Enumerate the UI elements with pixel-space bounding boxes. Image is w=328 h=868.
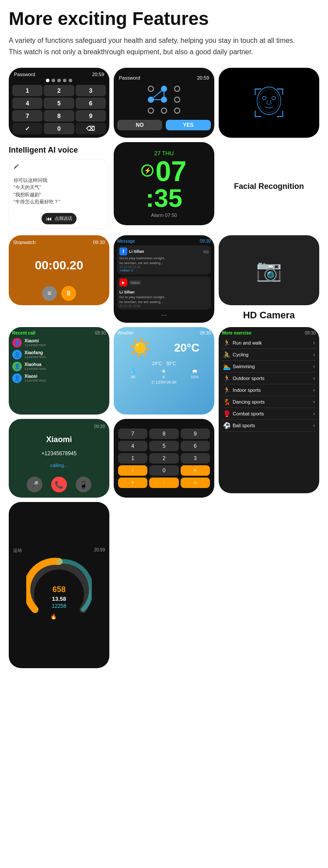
ai-voice-section: Intelligent AI voice 🎤 你可以这样问我 "今天的天气" "… bbox=[9, 142, 109, 231]
ai-speak-button[interactable]: ⏮ 点我说话 bbox=[42, 213, 77, 224]
sport-label: 运动 bbox=[13, 547, 22, 554]
clock-alarm: Alarm 07:50 bbox=[151, 213, 177, 218]
mute-button[interactable]: 🎤 bbox=[27, 477, 42, 492]
page-title: More exciting Features bbox=[9, 9, 319, 29]
svg-point-6 bbox=[148, 108, 154, 113]
svg-text:13.58: 13.58 bbox=[52, 596, 66, 602]
ball-icon: ⚽ bbox=[223, 422, 230, 429]
end-call-button[interactable]: 📞 bbox=[51, 477, 67, 492]
pwd-time-2: 20:59 bbox=[197, 75, 209, 80]
outdoor-icon: 🏃 bbox=[223, 375, 230, 382]
svg-point-5 bbox=[174, 97, 180, 102]
pattern-yes-btn[interactable]: YES bbox=[166, 120, 211, 130]
calling-screen: 09:30 Xiaomi +12345678945 calling... 🎤 📞… bbox=[9, 419, 109, 498]
sw-label: Stopwatch bbox=[13, 240, 35, 245]
calling-number: +12345678945 bbox=[42, 450, 77, 457]
ex-dancing[interactable]: 💃 Dancing sports › bbox=[222, 396, 316, 408]
calc-5[interactable]: 5 bbox=[149, 441, 178, 451]
sw-time: 09:30 bbox=[93, 240, 105, 245]
key-4[interactable]: 4 bbox=[12, 98, 42, 109]
key-del[interactable]: ⌫ bbox=[76, 123, 106, 134]
features-grid: Password 20:59 1 2 3 4 5 6 7 8 9 ✓ 0 ⌫ bbox=[9, 68, 319, 668]
weather-label: Weather bbox=[117, 331, 134, 335]
svg-text:658: 658 bbox=[52, 585, 66, 594]
key-2[interactable]: 2 bbox=[44, 85, 74, 96]
camera-screen: 📷 bbox=[219, 235, 319, 305]
key-5[interactable]: 5 bbox=[44, 98, 74, 109]
svg-point-14 bbox=[262, 97, 266, 100]
clock-screen: 27 THU ⚡ 07 :35 Alarm 07:50 bbox=[114, 142, 214, 225]
calc-1[interactable]: 1 bbox=[118, 453, 147, 464]
call-item-4: 👤 Xiaosi 12345667890 bbox=[12, 373, 106, 383]
temp-low: 24°C bbox=[152, 361, 162, 366]
pattern-no-btn[interactable]: NO bbox=[117, 120, 162, 130]
key-3[interactable]: 3 bbox=[76, 85, 106, 96]
key-6[interactable]: 6 bbox=[76, 98, 106, 109]
svg-point-15 bbox=[272, 97, 276, 100]
key-7[interactable]: 7 bbox=[12, 110, 42, 122]
weather-time: 09:30 bbox=[200, 331, 211, 335]
calc-div[interactable]: ÷ bbox=[118, 465, 147, 476]
youtube-icon: ▶ bbox=[119, 279, 127, 286]
svg-point-7 bbox=[161, 108, 167, 113]
ex-outdoor[interactable]: 🏃 Outdoor sports › bbox=[222, 373, 316, 384]
ball-arrow: › bbox=[313, 422, 315, 429]
calc-mul[interactable]: × bbox=[181, 465, 210, 476]
sw-menu-button[interactable]: ≡ bbox=[42, 286, 57, 301]
ex-ball[interactable]: ⚽ Ball sports › bbox=[222, 420, 316, 432]
calc-6[interactable]: 6 bbox=[181, 441, 210, 451]
key-check[interactable]: ✓ bbox=[12, 123, 42, 134]
calc-0[interactable]: 0 bbox=[149, 465, 178, 476]
hd-camera-label: HD Camera bbox=[219, 310, 319, 321]
page-subtitle: A variety of functions safeguard your he… bbox=[9, 35, 319, 57]
key-9[interactable]: 9 bbox=[76, 110, 106, 122]
calc-add[interactable]: + bbox=[118, 478, 147, 488]
calc-9[interactable]: 9 bbox=[181, 429, 210, 439]
msg-label: Message bbox=[117, 239, 135, 244]
dancing-arrow: › bbox=[313, 399, 315, 405]
calc-eq[interactable]: = bbox=[181, 478, 210, 488]
key-8[interactable]: 8 bbox=[44, 110, 74, 122]
msg-loading: ··· bbox=[117, 311, 211, 319]
sport-gauge: 658 13.58 12258 🔥 bbox=[26, 557, 92, 623]
calc-sub[interactable]: - bbox=[149, 478, 178, 488]
rain-stat: 🌧 15% bbox=[191, 368, 199, 379]
pwd-label-1: Password bbox=[14, 72, 35, 77]
ex-cycling[interactable]: 🚴 Cycling › bbox=[222, 349, 316, 361]
calc-8[interactable]: 8 bbox=[149, 429, 178, 439]
facial-section: Facial Recognition bbox=[219, 142, 319, 231]
key-0[interactable]: 0 bbox=[44, 123, 74, 134]
avatar-xiaohua: 👤 bbox=[12, 362, 22, 371]
avatar-xiaofang: 👤 bbox=[12, 350, 22, 359]
indoor-icon: 🏃 bbox=[223, 387, 230, 394]
call-item-3: 👤 Xiaohua 12345667890 bbox=[12, 362, 106, 371]
page: More exciting Features A variety of func… bbox=[0, 0, 328, 681]
ex-run[interactable]: 🏃 Run and walk › bbox=[222, 337, 316, 349]
calc-7[interactable]: 7 bbox=[118, 429, 147, 439]
calc-3[interactable]: 3 bbox=[181, 453, 210, 464]
transfer-button[interactable]: 📱 bbox=[76, 477, 91, 492]
temp-high: 30°C bbox=[166, 361, 176, 366]
calc-2[interactable]: 2 bbox=[149, 453, 178, 464]
exercise-time: 09:30 bbox=[305, 331, 316, 335]
sw-pause-button[interactable]: ⏸ bbox=[61, 286, 76, 301]
ex-combat[interactable]: 🥊 Combat sports › bbox=[222, 408, 316, 420]
facebook-icon: f bbox=[119, 248, 127, 255]
weather-screen: Weather 09:30 ☀️ 20°C 24°C 30°C 💧 90 ☀ 6 bbox=[114, 327, 214, 415]
pwd-time-1: 20:59 bbox=[92, 72, 104, 77]
clock-hour: 07 bbox=[155, 157, 186, 185]
svg-point-12 bbox=[257, 87, 281, 115]
swimming-arrow: › bbox=[313, 363, 315, 370]
calc-4[interactable]: 4 bbox=[118, 441, 147, 451]
run-icon: 🏃 bbox=[223, 339, 230, 346]
ex-swimming[interactable]: 🏊 Swimming › bbox=[222, 361, 316, 373]
msg-item-1: f Li Silian QQ Go to play badminton toni… bbox=[117, 245, 211, 275]
camera-section: 📷 HD Camera bbox=[219, 235, 319, 323]
outdoor-arrow: › bbox=[313, 375, 315, 381]
key-1[interactable]: 1 bbox=[12, 85, 42, 96]
ai-voice-screen: 🎤 你可以这样问我 "今天的天气" "我想听越剧" "牛排怎么煎最好吃？" ⏮ … bbox=[9, 159, 109, 229]
avatar-xiaomi: 👤 bbox=[12, 338, 22, 348]
svg-point-0 bbox=[148, 86, 154, 91]
ex-indoor[interactable]: 🏃 Indoor sports › bbox=[222, 384, 316, 396]
sport-time: 20:59 bbox=[94, 547, 105, 554]
